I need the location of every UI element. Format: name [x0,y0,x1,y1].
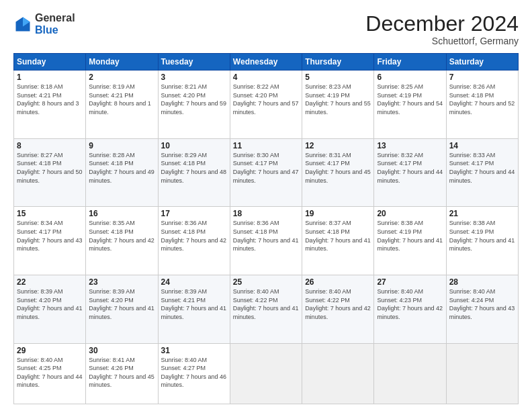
day-info: Sunrise: 8:39 AMSunset: 4:21 PMDaylight:… [161,287,227,321]
day-info: Sunrise: 8:39 AMSunset: 4:20 PMDaylight:… [89,287,154,321]
day-number: 4 [233,73,299,82]
table-row: 5Sunrise: 8:23 AMSunset: 4:19 PMDaylight… [302,71,374,139]
table-row [446,343,518,404]
logo-general-text: General [35,12,75,24]
table-row: 20Sunrise: 8:38 AMSunset: 4:19 PMDayligh… [374,207,446,275]
table-row: 2Sunrise: 8:19 AMSunset: 4:21 PMDaylight… [86,71,158,139]
col-saturday: Saturday [446,54,518,71]
day-info: Sunrise: 8:26 AMSunset: 4:18 PMDaylight:… [449,83,515,116]
table-row: 16Sunrise: 8:35 AMSunset: 4:18 PMDayligh… [86,207,158,275]
day-number: 21 [449,209,515,218]
day-info: Sunrise: 8:40 AMSunset: 4:27 PMDaylight:… [161,356,227,390]
day-info: Sunrise: 8:27 AMSunset: 4:18 PMDaylight:… [17,151,83,185]
table-row: 14Sunrise: 8:33 AMSunset: 4:17 PMDayligh… [446,138,518,207]
day-number: 13 [377,141,443,150]
day-number: 26 [305,277,371,287]
col-thursday: Thursday [302,54,374,71]
day-info: Sunrise: 8:25 AMSunset: 4:19 PMDaylight:… [377,83,443,116]
day-number: 10 [161,141,227,150]
day-number: 9 [89,141,154,150]
day-info: Sunrise: 8:35 AMSunset: 4:18 PMDaylight:… [89,219,154,253]
table-row: 3Sunrise: 8:21 AMSunset: 4:20 PMDaylight… [158,71,230,139]
day-info: Sunrise: 8:40 AMSunset: 4:22 PMDaylight:… [233,287,299,321]
day-info: Sunrise: 8:23 AMSunset: 4:19 PMDaylight:… [305,83,371,116]
table-row: 9Sunrise: 8:28 AMSunset: 4:18 PMDaylight… [86,138,158,207]
day-info: Sunrise: 8:40 AMSunset: 4:25 PMDaylight:… [17,356,83,390]
day-number: 15 [17,209,83,218]
day-info: Sunrise: 8:21 AMSunset: 4:20 PMDaylight:… [161,83,227,116]
table-row: 22Sunrise: 8:39 AMSunset: 4:20 PMDayligh… [14,275,86,344]
day-number: 14 [449,141,515,150]
day-info: Sunrise: 8:18 AMSunset: 4:21 PMDaylight:… [17,83,83,116]
day-number: 1 [17,73,83,82]
table-row: 6Sunrise: 8:25 AMSunset: 4:19 PMDaylight… [374,71,446,139]
day-number: 20 [377,209,443,218]
day-number: 8 [17,141,83,150]
day-info: Sunrise: 8:40 AMSunset: 4:23 PMDaylight:… [377,287,443,321]
day-number: 19 [305,209,371,218]
day-info: Sunrise: 8:28 AMSunset: 4:18 PMDaylight:… [89,151,154,185]
day-number: 25 [233,277,299,287]
table-row: 21Sunrise: 8:38 AMSunset: 4:19 PMDayligh… [446,207,518,275]
day-info: Sunrise: 8:32 AMSunset: 4:17 PMDaylight:… [377,151,443,185]
day-info: Sunrise: 8:38 AMSunset: 4:19 PMDaylight:… [377,219,443,253]
header: General Blue December 2024 Schuettorf, G… [13,12,519,46]
title-block: December 2024 Schuettorf, Germany [365,12,519,46]
day-info: Sunrise: 8:22 AMSunset: 4:20 PMDaylight:… [233,83,299,116]
table-row: 17Sunrise: 8:36 AMSunset: 4:18 PMDayligh… [158,207,230,275]
col-monday: Monday [86,54,158,71]
day-number: 6 [377,73,443,82]
col-tuesday: Tuesday [158,54,230,71]
table-row: 28Sunrise: 8:40 AMSunset: 4:24 PMDayligh… [446,275,518,344]
day-info: Sunrise: 8:34 AMSunset: 4:17 PMDaylight:… [17,219,83,253]
day-number: 2 [89,73,154,82]
logo: General Blue [13,12,75,36]
table-row: 30Sunrise: 8:41 AMSunset: 4:26 PMDayligh… [86,343,158,404]
day-number: 7 [449,73,515,82]
day-number: 5 [305,73,371,82]
table-row: 1Sunrise: 8:18 AMSunset: 4:21 PMDaylight… [14,71,86,139]
day-number: 18 [233,209,299,218]
day-info: Sunrise: 8:19 AMSunset: 4:21 PMDaylight:… [89,83,154,116]
day-number: 29 [17,346,83,355]
calendar-page: General Blue December 2024 Schuettorf, G… [0,0,532,411]
day-info: Sunrise: 8:40 AMSunset: 4:22 PMDaylight:… [305,287,371,321]
table-row: 19Sunrise: 8:37 AMSunset: 4:18 PMDayligh… [302,207,374,275]
day-number: 28 [449,277,515,287]
day-info: Sunrise: 8:40 AMSunset: 4:24 PMDaylight:… [449,287,515,321]
day-info: Sunrise: 8:39 AMSunset: 4:20 PMDaylight:… [17,287,83,321]
table-row [302,343,374,404]
day-number: 16 [89,209,154,218]
day-info: Sunrise: 8:31 AMSunset: 4:17 PMDaylight:… [305,151,371,185]
logo-blue-text: Blue [35,24,58,36]
table-row: 11Sunrise: 8:30 AMSunset: 4:17 PMDayligh… [230,138,302,207]
table-row: 24Sunrise: 8:39 AMSunset: 4:21 PMDayligh… [158,275,230,344]
table-row: 27Sunrise: 8:40 AMSunset: 4:23 PMDayligh… [374,275,446,344]
calendar-table: Sunday Monday Tuesday Wednesday Thursday… [13,53,519,404]
day-info: Sunrise: 8:29 AMSunset: 4:18 PMDaylight:… [161,151,227,185]
day-number: 11 [233,141,299,150]
table-row [230,343,302,404]
table-row: 12Sunrise: 8:31 AMSunset: 4:17 PMDayligh… [302,138,374,207]
day-info: Sunrise: 8:33 AMSunset: 4:17 PMDaylight:… [449,151,515,185]
day-info: Sunrise: 8:37 AMSunset: 4:18 PMDaylight:… [305,219,371,253]
day-info: Sunrise: 8:36 AMSunset: 4:18 PMDaylight:… [161,219,227,253]
day-number: 3 [161,73,227,82]
col-sunday: Sunday [14,54,86,71]
table-row: 15Sunrise: 8:34 AMSunset: 4:17 PMDayligh… [14,207,86,275]
day-info: Sunrise: 8:38 AMSunset: 4:19 PMDaylight:… [449,219,515,253]
day-number: 27 [377,277,443,287]
day-number: 22 [17,277,83,287]
table-row: 8Sunrise: 8:27 AMSunset: 4:18 PMDaylight… [14,138,86,207]
day-number: 30 [89,346,154,355]
table-row: 29Sunrise: 8:40 AMSunset: 4:25 PMDayligh… [14,343,86,404]
table-row: 31Sunrise: 8:40 AMSunset: 4:27 PMDayligh… [158,343,230,404]
table-row: 23Sunrise: 8:39 AMSunset: 4:20 PMDayligh… [86,275,158,344]
table-row: 26Sunrise: 8:40 AMSunset: 4:22 PMDayligh… [302,275,374,344]
day-info: Sunrise: 8:36 AMSunset: 4:18 PMDaylight:… [233,219,299,253]
month-title: December 2024 [365,12,519,36]
day-number: 17 [161,209,227,218]
table-row [374,343,446,404]
day-number: 31 [161,346,227,355]
table-row: 4Sunrise: 8:22 AMSunset: 4:20 PMDaylight… [230,71,302,139]
